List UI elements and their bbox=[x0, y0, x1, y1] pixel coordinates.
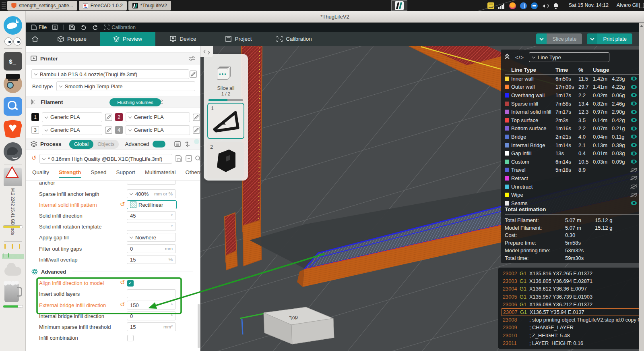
filament-slot-number[interactable]: 1 bbox=[31, 113, 39, 121]
advanced-toggle[interactable] bbox=[153, 141, 165, 147]
save-preset-icon[interactable] bbox=[175, 155, 182, 162]
visibility-eye-icon[interactable] bbox=[631, 93, 637, 97]
compare-preset-icon[interactable] bbox=[184, 141, 190, 147]
process-tab[interactable]: Strength bbox=[59, 169, 81, 178]
reset-icon[interactable]: ↺ bbox=[120, 302, 125, 308]
filament-section-header[interactable]: Filament Flushing volumes bbox=[26, 96, 200, 108]
visibility-eye-icon[interactable] bbox=[631, 176, 637, 180]
sidebar-scrollbar-thumb[interactable] bbox=[198, 304, 200, 348]
gcode-line[interactable]: 23011 ; LAYER_HEIGHT: 0.16 bbox=[501, 339, 641, 347]
gcode-line[interactable]: 23004 G1 X136.612 Y36.36 E.0097 bbox=[501, 285, 641, 293]
gcode-viewer-panel[interactable]: 23002 G1 X135.816 Y37.265 E.01372 23003 … bbox=[498, 268, 643, 349]
save-button[interactable] bbox=[69, 25, 75, 30]
print-plate-button[interactable]: Print plate bbox=[587, 33, 632, 44]
process-tab[interactable]: Speed bbox=[91, 169, 107, 178]
settings-scroll-area[interactable]: anchor Sparse infill anchor length 400% … bbox=[26, 181, 200, 351]
sidebar-collapse-button[interactable] bbox=[200, 46, 213, 57]
filament-type-dropdown[interactable]: Generic PLA bbox=[126, 125, 190, 135]
gcode-viewer-icon[interactable]: </> bbox=[515, 54, 524, 60]
tiny-gaps-input[interactable]: 0 mm bbox=[127, 244, 176, 253]
view-mode-dropdown[interactable]: Line Type bbox=[529, 52, 609, 62]
insert-solid-layers-input[interactable] bbox=[127, 289, 176, 298]
gcode-line[interactable]: 23002 G1 X135.816 Y37.265 E.01372 bbox=[501, 270, 641, 277]
sparse-anchor-input[interactable]: 400% mm or % bbox=[127, 189, 176, 198]
delete-preset-icon[interactable] bbox=[186, 155, 192, 162]
filament-type-dropdown[interactable]: Generic PLA bbox=[126, 112, 190, 122]
app-menu-icon[interactable] bbox=[4, 16, 22, 35]
external-bridge-input[interactable]: 150 ° bbox=[127, 301, 176, 309]
task-button-browser[interactable]: strength_settings_patte... bbox=[7, 1, 77, 10]
overlap-input[interactable]: 15 % bbox=[127, 255, 176, 264]
parameter-table-icon[interactable] bbox=[174, 141, 181, 147]
window-scrollbar[interactable] bbox=[639, 23, 644, 351]
search-parameter-icon[interactable] bbox=[195, 155, 201, 162]
advanced-section-header[interactable]: Advanced bbox=[31, 268, 193, 275]
tab-preview[interactable]: Preview bbox=[100, 32, 155, 46]
file-search-icon[interactable] bbox=[4, 97, 22, 116]
task-button-freecad[interactable]: FreeCAD 1.0.2 bbox=[79, 1, 127, 10]
system-monitor-graph[interactable] bbox=[2, 243, 24, 259]
global-segment[interactable]: Global bbox=[69, 140, 93, 149]
visibility-eye-icon[interactable] bbox=[631, 185, 637, 189]
cat-app-icon[interactable] bbox=[4, 75, 22, 93]
slice-plate-button[interactable]: Slice plate bbox=[536, 33, 582, 44]
visibility-eye-icon[interactable] bbox=[631, 77, 637, 81]
bed-type-dropdown[interactable]: Smooth High Temp Plate bbox=[56, 81, 195, 91]
reset-icon[interactable]: ↺ bbox=[120, 280, 125, 286]
filament-slot-number[interactable]: 4 bbox=[115, 126, 123, 134]
reset-icon[interactable]: ↺ bbox=[120, 201, 125, 208]
gap-fill-dropdown[interactable]: Nowhere bbox=[127, 233, 176, 242]
user-menu[interactable]: Alvaro Gil bbox=[617, 2, 638, 8]
redo-button[interactable] bbox=[92, 25, 98, 30]
edit-filament-icon[interactable] bbox=[193, 114, 200, 121]
thunderbird-icon[interactable] bbox=[4, 142, 22, 161]
visibility-eye-icon[interactable] bbox=[631, 110, 637, 114]
gcode-line[interactable]: 23005 G1 X135.957 Y36.739 E.01903 bbox=[501, 293, 641, 301]
gcode-line[interactable]: 23006 G1 X136.098 Y36.212 E.01372 bbox=[501, 301, 641, 308]
tab-device[interactable]: Device bbox=[155, 32, 211, 46]
cloud-status-icon[interactable] bbox=[4, 261, 22, 280]
filament-slot-number[interactable]: 2 bbox=[115, 113, 123, 121]
clock[interactable]: Sat 15 Nov. 14:12 bbox=[569, 2, 609, 8]
tab-prepare[interactable]: Prepare bbox=[44, 32, 100, 46]
solid-direction-input[interactable]: 45 ° bbox=[127, 211, 176, 220]
active-app-indicator[interactable] bbox=[391, 0, 407, 11]
flushing-volumes-button[interactable]: Flushing volumes bbox=[109, 98, 161, 106]
plate-thumbnail-2[interactable]: 2 bbox=[207, 142, 244, 179]
printer-section-header[interactable]: Printer bbox=[26, 52, 200, 64]
process-preset-dropdown[interactable]: * 0.16mm High Quality @BBL X1C(ThugLife.… bbox=[39, 154, 172, 164]
visibility-eye-icon[interactable] bbox=[631, 201, 637, 205]
align-infill-checkbox[interactable] bbox=[127, 280, 134, 287]
edit-filament-icon[interactable] bbox=[105, 127, 112, 134]
sliced-pillar-sliver[interactable] bbox=[225, 213, 237, 270]
visibility-eye-icon[interactable] bbox=[631, 168, 637, 172]
process-tab[interactable]: Quality bbox=[32, 169, 49, 178]
recent-files-button[interactable] bbox=[52, 25, 58, 30]
infill-combination-checkbox[interactable] bbox=[127, 335, 134, 341]
tab-calibration[interactable]: Calibration bbox=[266, 32, 322, 46]
plate-thumbnail-1[interactable]: 1 bbox=[207, 103, 244, 139]
gcode-line[interactable]: 23010 ; Z_HEIGHT: 5.48 bbox=[501, 332, 641, 339]
nextcloud-icon[interactable] bbox=[531, 2, 538, 9]
visibility-eye-icon[interactable] bbox=[631, 143, 637, 147]
internal-bridge-input[interactable]: 0 ° bbox=[127, 312, 176, 320]
file-menu[interactable]: File bbox=[31, 25, 47, 30]
print-dropdown[interactable] bbox=[587, 33, 597, 44]
printer-preset-dropdown[interactable]: Bambu Lab P1S 0.4 nozzle(ThugLife.3mf) bbox=[31, 69, 189, 79]
calibration-menu[interactable]: Calibration bbox=[104, 25, 136, 30]
filament-type-dropdown[interactable]: Generic PLA bbox=[42, 125, 102, 135]
trash-icon[interactable] bbox=[4, 284, 19, 302]
brave-browser-icon[interactable] bbox=[4, 120, 22, 138]
scroll-up-arrow[interactable] bbox=[640, 25, 643, 27]
process-section-header[interactable]: Process Global Objects Advanced bbox=[26, 138, 200, 150]
task-button-bambustudio[interactable]: *ThugLifeV2 bbox=[128, 1, 171, 10]
gcode-line[interactable]: 23009 ; CHANGE_LAYER bbox=[501, 324, 641, 331]
collapse-panel-icon[interactable] bbox=[505, 54, 510, 60]
firewall-tray-icon[interactable] bbox=[509, 2, 516, 9]
volume-icon[interactable] bbox=[542, 2, 549, 9]
slice-dropdown[interactable] bbox=[536, 33, 547, 44]
visibility-eye-icon[interactable] bbox=[631, 160, 637, 164]
clipped-input[interactable] bbox=[127, 181, 176, 185]
xeyes-icon[interactable] bbox=[4, 37, 22, 46]
gcode-line[interactable]: 23003 G1 X136.805 Y36.694 E.02871 bbox=[501, 277, 641, 285]
